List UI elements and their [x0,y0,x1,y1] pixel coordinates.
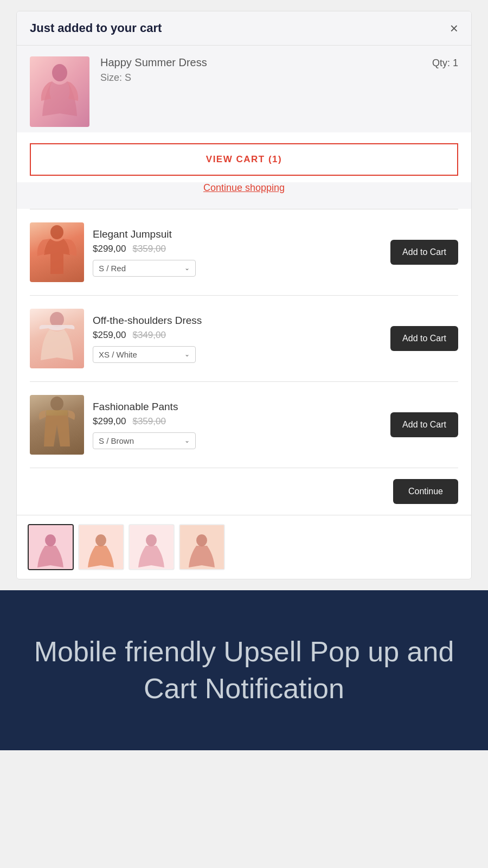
price-original-0: $359,00 [132,244,165,254]
upsell-item-details-pants: Fashionable Pants $299,00 $359,00 S / Br… [93,401,382,449]
dress-img [30,309,84,368]
thumb-img-icon-0 [29,525,73,569]
thumb-img-icon-2 [130,525,174,569]
variant-label-0: S / Red [99,264,126,273]
svg-point-1 [50,225,63,239]
svg-point-6 [45,534,56,546]
price-row-2: $299,00 $359,00 [93,416,382,427]
upsell-item-image-pants [30,395,84,455]
chevron-down-icon: ⌄ [184,264,190,272]
jumpsuit-silhouette-icon [30,222,84,282]
svg-point-10 [146,534,157,546]
upsell-item-pants: Fashionable Pants $299,00 $359,00 S / Br… [30,382,458,468]
footer-banner: Mobile friendly Upsell Pop up and Cart N… [0,590,488,750]
svg-point-0 [52,64,67,81]
cart-item-image [30,56,89,127]
add-to-cart-button-0[interactable]: Add to Cart [390,240,458,265]
footer-banner-text: Mobile friendly Upsell Pop up and Cart N… [33,634,455,707]
svg-point-3 [50,397,63,411]
pants-silhouette-icon [30,395,84,455]
continue-button[interactable]: Continue [393,479,458,504]
continue-btn-row: Continue [30,468,458,515]
chevron-down-icon: ⌄ [184,437,190,444]
upsell-item-jumpsuit: Elegant Jumpsuit $299,00 $359,00 S / Red… [30,209,458,296]
thumbnail-3[interactable] [179,524,225,570]
cart-item-details: Happy Summer Dress Size: S [100,56,421,84]
cart-item-name: Happy Summer Dress [100,56,421,69]
thumb-img-icon-3 [180,525,224,569]
svg-point-12 [196,534,207,546]
upsell-item-details-dress: Off-the-shoulders Dress $259,00 $349,00 … [93,315,382,363]
variant-label-1: XS / White [99,350,137,359]
thumbnail-1[interactable] [78,524,124,570]
price-original-1: $349,00 [132,330,165,341]
cart-header: Just added to your cart × [17,11,471,46]
upsell-item-dress: Off-the-shoulders Dress $259,00 $349,00 … [30,296,458,382]
cart-item-section: Happy Summer Dress Size: S Qty: 1 [17,46,471,132]
pants-img [30,395,84,455]
price-row-0: $299,00 $359,00 [93,244,382,254]
variant-select-2[interactable]: S / Brown ⌄ [93,432,196,449]
upsell-section: Elegant Jumpsuit $299,00 $359,00 S / Red… [17,209,471,515]
upsell-item-name-2: Fashionable Pants [93,401,382,413]
upsell-item-image-dress [30,309,84,368]
dress-silhouette-icon [38,62,81,122]
upsell-item-details-jumpsuit: Elegant Jumpsuit $299,00 $359,00 S / Red… [93,228,382,277]
jumpsuit-img [30,222,84,282]
close-button[interactable]: × [450,21,458,35]
continue-shopping-link[interactable]: Continue shopping [17,182,471,205]
cart-notification: Just added to your cart × Happy Summer D… [16,11,472,579]
cart-item-img-placeholder [30,56,89,127]
price-original-2: $359,00 [132,416,165,427]
cart-header-title: Just added to your cart [30,21,162,35]
add-to-cart-button-2[interactable]: Add to Cart [390,412,458,437]
price-current-1: $259,00 [93,330,126,341]
price-row-1: $259,00 $349,00 [93,330,382,341]
svg-point-8 [95,534,106,546]
svg-rect-4 [46,410,68,416]
cart-item-qty: Qty: 1 [432,56,458,69]
off-shoulder-dress-silhouette-icon [30,309,84,368]
thumbnail-2[interactable] [129,524,175,570]
price-current-2: $299,00 [93,416,126,427]
chevron-down-icon: ⌄ [184,350,190,358]
price-current-0: $299,00 [93,244,126,254]
variant-select-0[interactable]: S / Red ⌄ [93,260,196,277]
upsell-item-name-1: Off-the-shoulders Dress [93,315,382,327]
view-cart-button[interactable]: VIEW CART (1) [30,143,458,176]
upsell-item-name-0: Elegant Jumpsuit [93,228,382,240]
variant-select-1[interactable]: XS / White ⌄ [93,346,196,363]
thumbnail-0[interactable] [28,524,74,570]
cart-item-size: Size: S [100,72,421,84]
svg-point-2 [50,312,64,327]
variant-label-2: S / Brown [99,436,134,445]
add-to-cart-button-1[interactable]: Add to Cart [390,326,458,351]
thumb-img-icon-1 [79,525,123,569]
upsell-item-image-jumpsuit [30,222,84,282]
thumbnail-strip [17,515,471,579]
